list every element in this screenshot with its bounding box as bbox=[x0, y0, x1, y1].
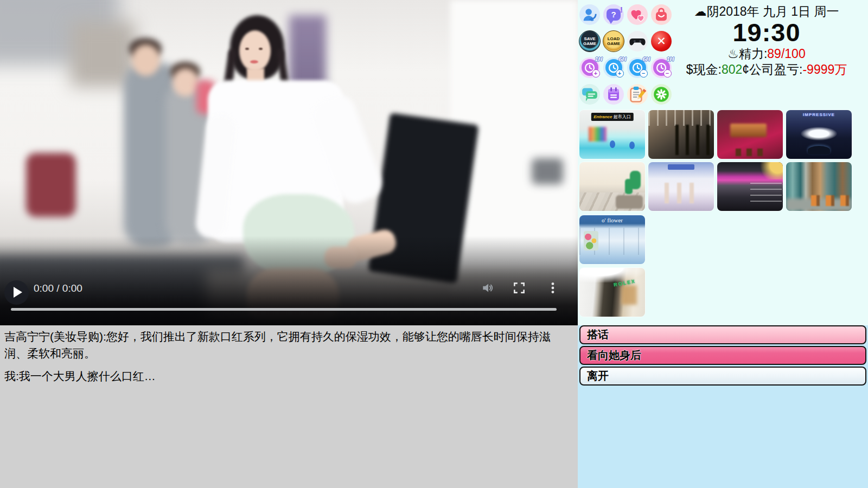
toolbar: ? ! SAVE GAME LOAD GAME ✕ bbox=[578, 1, 673, 107]
clock-time: 19:30 bbox=[669, 19, 864, 46]
cash-symbol: $ bbox=[686, 62, 693, 76]
relationship-hearts-icon[interactable] bbox=[627, 4, 648, 25]
company-label: 公司盈亏: bbox=[749, 62, 802, 76]
gamepad-icon[interactable] bbox=[627, 31, 648, 52]
company-value: -9999万 bbox=[802, 62, 847, 76]
volume-icon[interactable] bbox=[481, 281, 495, 295]
play-icon bbox=[14, 287, 22, 298]
dialogue-line-player: 我:我一个大男人擦什么口红… bbox=[4, 368, 572, 384]
game-root: 0:00 / 0:00 吉高宁宁(美妆导购):您好，我们推出了新款口红系列，它拥… bbox=[0, 0, 868, 488]
sofa-decor bbox=[616, 195, 643, 208]
money-line: $现金:802¢公司盈亏:-9999万 bbox=[669, 62, 864, 78]
location-thumb-supermarket-entrance[interactable]: Entrance 超市入口 bbox=[579, 110, 645, 159]
location-thumb-bar[interactable] bbox=[717, 110, 783, 159]
settings-gear-icon[interactable] bbox=[651, 84, 672, 105]
action-button-leave[interactable]: 离开 bbox=[579, 367, 866, 386]
time-minus-6h-button[interactable]: 6H − bbox=[627, 57, 648, 78]
side-panel: ? ! SAVE GAME LOAD GAME ✕ bbox=[578, 0, 868, 488]
location-thumb-flower-shop[interactable]: o' flower bbox=[579, 215, 645, 264]
cash-label: 现金: bbox=[693, 62, 722, 76]
help-icon[interactable]: ? ! bbox=[603, 4, 624, 25]
tasks-clipboard-icon[interactable] bbox=[627, 84, 648, 105]
video-play-button[interactable] bbox=[4, 280, 29, 305]
action-menu: 搭话 看向她身后 离开 bbox=[579, 325, 866, 387]
save-game-button[interactable]: SAVE GAME bbox=[579, 30, 601, 52]
location-sign: IMPRESSIVE bbox=[786, 112, 852, 117]
date-text: 阴2018年 九月 1日 周一 bbox=[706, 4, 839, 18]
video-progress-bar[interactable] bbox=[11, 308, 557, 311]
company-symbol: ¢ bbox=[742, 62, 749, 76]
planner-icon[interactable] bbox=[603, 84, 624, 105]
video-player[interactable]: 0:00 / 0:00 bbox=[0, 0, 578, 325]
location-sign: ROLEX bbox=[613, 279, 636, 288]
woman-face bbox=[239, 30, 271, 72]
location-thumb-car-showroom[interactable]: IMPRESSIVE bbox=[786, 110, 852, 159]
time-plus-6h-button[interactable]: 6H + bbox=[603, 57, 624, 78]
energy-line: ♨精力:89/100 bbox=[669, 46, 864, 62]
location-thumb-clothing-store[interactable] bbox=[648, 162, 714, 211]
action-button-talk[interactable]: 搭话 bbox=[579, 325, 866, 344]
action-button-look-behind[interactable]: 看向她身后 bbox=[579, 346, 866, 365]
video-menu-icon[interactable] bbox=[546, 281, 560, 295]
energy-label: 精力: bbox=[739, 47, 767, 61]
fullscreen-icon[interactable] bbox=[512, 281, 526, 295]
energy-icon: ♨ bbox=[727, 47, 739, 61]
video-time: 0:00 / 0:00 bbox=[34, 282, 82, 294]
status-block: ☁阴2018年 九月 1日 周一 19:30 ♨精力:89/100 $现金:80… bbox=[669, 3, 864, 78]
location-thumb-cosmetics-store[interactable] bbox=[717, 162, 783, 211]
location-thumb-lounge-restaurant[interactable] bbox=[786, 162, 852, 211]
character-icon[interactable] bbox=[579, 4, 600, 25]
location-thumb-salon[interactable] bbox=[579, 162, 645, 211]
location-thumb-gym[interactable] bbox=[648, 110, 714, 159]
weather-icon: ☁ bbox=[694, 4, 706, 18]
load-game-button[interactable]: LOAD GAME bbox=[603, 30, 624, 52]
chat-icon[interactable] bbox=[579, 84, 600, 105]
location-sign: Entrance 超市入口 bbox=[591, 113, 633, 121]
energy-value: 89/100 bbox=[767, 47, 805, 61]
location-thumb-watch-store[interactable]: ROLEX bbox=[579, 268, 645, 317]
location-sign: o' flower bbox=[579, 217, 645, 223]
cash-value: 802 bbox=[722, 62, 742, 76]
time-plus-1h-button[interactable]: 1H + bbox=[579, 57, 600, 78]
dialogue-box: 吉高宁宁(美妆导购):您好，我们推出了新款口红系列，它拥有持久的保湿功效，能够让… bbox=[0, 325, 578, 488]
dialogue-line-npc: 吉高宁宁(美妆导购):您好，我们推出了新款口红系列，它拥有持久的保湿功效，能够让… bbox=[4, 328, 572, 362]
red-chair bbox=[26, 153, 76, 217]
